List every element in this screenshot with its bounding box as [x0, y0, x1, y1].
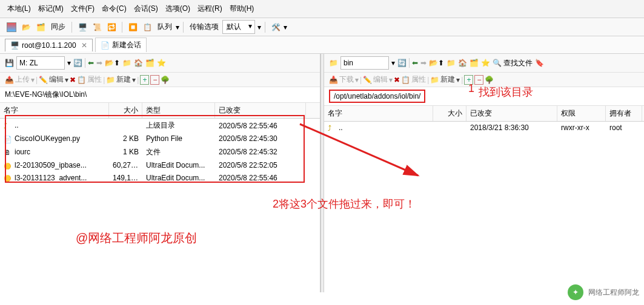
settings-icon[interactable]: 🛠️	[269, 21, 282, 34]
folderup-icon	[4, 122, 12, 130]
left-action-row: 📤 上传 ▾ | ✏️ 编辑 ▾ ✖ 📋 属性 | 📁 新建 ▾ | + − 🌳	[0, 73, 320, 87]
bin-icon	[4, 174, 12, 182]
props-button: 📋 属性	[77, 74, 102, 85]
tree-icon[interactable]: 🗂️	[145, 59, 154, 67]
find-button[interactable]: 🔍 查找文件	[493, 58, 533, 68]
up-icon[interactable]: 📂⬆	[429, 59, 444, 67]
table-row[interactable]: l2-20130509_ipbase...60,277 ...UltraEdit…	[0, 159, 320, 172]
back-icon[interactable]: ⬅	[88, 59, 94, 67]
bookmark-icon[interactable]: ⭐	[481, 59, 490, 67]
stop-icon[interactable]: ⏹️	[126, 21, 139, 34]
root-icon[interactable]: 📁	[122, 59, 131, 67]
left-headers[interactable]: 名字 大小 类型 已改变	[0, 103, 320, 119]
script-icon[interactable]: 📜	[90, 21, 104, 34]
props-button: 📋 属性	[401, 74, 426, 85]
open-folder-icon[interactable]: 📂	[19, 21, 33, 34]
refresh-icon[interactable]: 🔄	[73, 59, 82, 67]
table-row[interactable]: ..2018/3/21 8:36:30rwxr-xr-xroot	[324, 122, 644, 134]
compare-icon[interactable]: 🔁	[105, 21, 118, 34]
new-button[interactable]: 📁 新建 ▾	[430, 74, 460, 85]
menu-file[interactable]: 文件(F)	[68, 2, 97, 15]
monitor-icon: 🖥️	[10, 41, 19, 50]
filter-icon[interactable]: 🔖	[535, 59, 544, 67]
menu-help[interactable]: 帮助(H)	[227, 2, 257, 15]
chevron-down-icon[interactable]: ▾	[67, 59, 71, 67]
close-icon[interactable]: ✕	[81, 41, 87, 50]
open-folders-icon[interactable]: 🗂️	[34, 21, 47, 34]
col-name: 名字	[324, 106, 433, 121]
right-path[interactable]: /opt/unetlab/addons/iol/bin/	[324, 87, 644, 106]
menu-local[interactable]: 本地(L)	[5, 2, 33, 15]
bookmark-icon[interactable]: ⭐	[157, 59, 166, 67]
table-row[interactable]: iourc1 KB文件2020/5/8 22:45:32	[0, 145, 320, 159]
right-action-row: 📥 下载 ▾ | ✏️ 编辑 ▾ ✖ 📋 属性 | 📁 新建 ▾ | + − 🌳	[324, 73, 644, 87]
edit-button[interactable]: ✏️ 编辑 ▾	[39, 74, 68, 85]
main-toolbar: 📂 🗂️ 同步 🖥️ 📜 🔁 ⏹️ 📋 队列 ▾ 传输选项 默认 ▾ ▾ 🛠️ …	[0, 18, 644, 36]
chevron-down-icon[interactable]: ▾	[176, 23, 179, 31]
menu-opts[interactable]: 选项(O)	[163, 2, 193, 15]
tree-toggle-icon[interactable]: 🌳	[485, 76, 494, 84]
home-icon[interactable]: 🏠	[134, 59, 143, 67]
queue-icon[interactable]: 📋	[141, 21, 154, 34]
right-pane: 📁 bin ▾ 🔄 ⬅ ➡ 📂⬆ 📁 🏠 🗂️ ⭐ 🔍 查找文件 🔖 📥 下载 …	[324, 54, 644, 292]
right-file-list[interactable]: ..2018/3/21 8:36:30rwxr-xr-xroot	[324, 122, 644, 292]
delete-button[interactable]: ✖	[394, 76, 400, 84]
drive-label: M: ZL	[19, 59, 38, 67]
transfer-dropdown[interactable]: 默认 ▾	[222, 20, 255, 34]
back-icon[interactable]: ⬅	[412, 59, 418, 67]
col-size: 大小	[433, 106, 466, 121]
terminal-icon[interactable]: 🖥️	[76, 21, 89, 34]
plus-button[interactable]: +	[464, 75, 473, 85]
chevron-down-icon: ▾	[248, 22, 252, 30]
new-button[interactable]: 📁 新建 ▾	[106, 74, 136, 85]
minus-button[interactable]: −	[474, 75, 483, 85]
tab-label: root@10.1.1.200	[22, 41, 76, 50]
chevron-down-icon[interactable]: ▾	[284, 23, 287, 31]
plus-button[interactable]: +	[140, 75, 149, 85]
right-headers[interactable]: 名字 大小 已改变 权限 拥有者	[324, 106, 644, 122]
queue-button[interactable]: 队列	[155, 21, 174, 33]
drive-dropdown[interactable]: M: ZL	[16, 56, 65, 70]
tab-session-1[interactable]: 🖥️ root@10.1.1.200 ✕	[5, 39, 93, 51]
menu-remote[interactable]: 远程(R)	[195, 2, 225, 15]
drive-dropdown[interactable]: bin	[340, 56, 389, 70]
fwd-icon[interactable]: ➡	[420, 59, 427, 67]
left-file-list[interactable]: ..上级目录2020/5/8 22:55:46CiscoIOUKeygen.py…	[0, 119, 320, 292]
fwd-icon[interactable]: ➡	[96, 59, 102, 67]
folderup-icon	[328, 124, 336, 133]
home-icon[interactable]: 🏠	[458, 59, 467, 67]
col-size: 大小	[109, 103, 142, 118]
delete-button[interactable]: ✖	[70, 76, 76, 84]
menu-mark[interactable]: 标记(M)	[36, 2, 66, 15]
download-button: 📥 下载 ▾	[329, 74, 359, 85]
session-tabs: 🖥️ root@10.1.1.200 ✕ 📄 新建会话	[0, 36, 644, 54]
sync-panels-icon[interactable]	[5, 21, 18, 34]
chevron-down-icon[interactable]: ▾	[391, 59, 395, 67]
col-perm: 权限	[557, 106, 606, 121]
watermark-text: 网络工程师阿龙	[588, 287, 639, 298]
menu-cmd[interactable]: 命令(C)	[99, 2, 129, 15]
drive-label: bin	[344, 59, 353, 67]
chevron-down-icon[interactable]: ▾	[257, 23, 261, 31]
left-drive-row: 💾 M: ZL ▾ 🔄 ⬅ ➡ 📂⬆ 📁 🏠 🗂️ ⭐	[0, 54, 320, 73]
tab-label: 新建会话	[112, 40, 141, 50]
col-type: 类型	[142, 103, 215, 118]
col-changed: 已改变	[215, 103, 306, 118]
tree-toggle-icon[interactable]: 🌳	[161, 76, 170, 84]
wechat-icon: ✦	[568, 284, 583, 300]
table-row[interactable]: l3-20131123_advent...149,100...UltraEdit…	[0, 172, 320, 185]
menu-session[interactable]: 会话(S)	[131, 2, 161, 15]
tab-new-session[interactable]: 📄 新建会话	[95, 38, 147, 52]
left-path[interactable]: M:\EVE-NG\镜像\IOL\bin\	[0, 87, 320, 103]
tree-icon[interactable]: 🗂️	[470, 59, 479, 67]
refresh-icon[interactable]: 🔄	[397, 59, 407, 67]
root-icon[interactable]: 📁	[446, 59, 456, 67]
minus-button[interactable]: −	[150, 75, 159, 85]
table-row[interactable]: CiscoIOUKeygen.py2 KBPython File2020/5/8…	[0, 133, 320, 145]
sync-button[interactable]: 同步	[48, 21, 68, 33]
transfer-value: 默认	[227, 22, 241, 31]
col-name: 名字	[0, 103, 109, 118]
col-changed: 已改变	[466, 106, 557, 121]
table-row[interactable]: ..上级目录2020/5/8 22:55:46	[0, 119, 320, 133]
up-icon[interactable]: 📂⬆	[105, 59, 120, 67]
